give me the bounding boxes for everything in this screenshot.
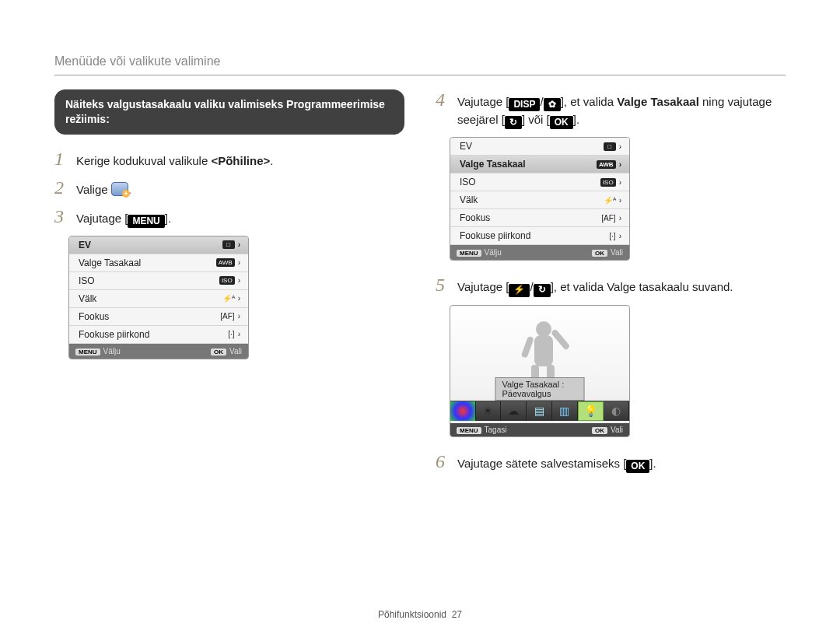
menu-row-iso: ISO ISO› [450, 173, 629, 191]
step1-pre: Kerige kodukuval valikule [76, 154, 211, 167]
menu-label: Fookuse piirkond [79, 329, 149, 340]
step3-pre: Vajutage [ [76, 212, 128, 225]
chevron-right-icon: › [238, 294, 240, 303]
menu-badge: ISO [219, 276, 235, 285]
flash-icon: ⚡ [509, 284, 530, 297]
wb-cloudy-icon: ☁ [501, 401, 527, 421]
camera-menu-screenshot-left: EV □› Valge Tasakaal AWB› ISO ISO› Välk … [68, 236, 249, 359]
menu-label: Välk [460, 194, 478, 205]
wb-fluorescent-l-icon: ▥ [552, 401, 578, 421]
menu-label: Fookus [460, 212, 490, 223]
disp-button-icon: DISP [509, 98, 540, 111]
step-number: 1 [54, 149, 68, 170]
menu-row-focus-area: Fookuse piirkond [·]› [69, 326, 248, 344]
chevron-right-icon: › [238, 240, 240, 249]
step-2: 2 Valige . [54, 177, 404, 198]
menu-button-icon: MENU [457, 427, 481, 434]
left-column: Näiteks valgustasakaalu valiku valimisek… [54, 89, 404, 481]
chevron-right-icon: › [238, 330, 240, 338]
step4-post: ]. [573, 113, 579, 126]
chevron-right-icon: › [619, 232, 621, 240]
menu-label: Fookuse piirkond [460, 230, 530, 241]
menu-row-flash: Välk ⚡ᴬ› [450, 191, 629, 209]
menu-label: EV [79, 240, 91, 250]
step4-mid4: ] või [ [522, 113, 550, 126]
menu-row-ev: EV □› [69, 236, 248, 254]
menu-row-wb: Valge Tasakaal AWB› [69, 254, 248, 272]
step3-post: ]. [165, 212, 171, 225]
menu-badge: ISO [600, 178, 616, 187]
camera-menu-screenshot-right: EV □› Valge Tasakaal AWB› ISO ISO› Välk … [450, 137, 630, 261]
menu-badge: AWB [216, 258, 235, 267]
step4-bold: Valge Tasakaal [617, 95, 699, 108]
page-footer: Põhifunktsioonid 27 [0, 609, 840, 620]
menu-badge: □ [222, 240, 235, 249]
ok-button-icon: OK [592, 250, 607, 257]
wb-preview-screenshot: Valge Tasakaal : Päevavalgus ☀ ☁ ▤ ▥ 💡 ◐… [450, 305, 630, 437]
chevron-right-icon: › [619, 142, 621, 151]
wb-footer-select: Vali [611, 426, 623, 434]
chevron-right-icon: › [238, 276, 240, 285]
step-number: 3 [54, 206, 68, 227]
step-5: 5 Vajutage [⚡/↻], et valida Valge tasaka… [436, 275, 786, 296]
wb-custom-icon: ◐ [604, 401, 629, 421]
wb-footer: MENUTagasi OKVali [450, 423, 629, 436]
step-number: 5 [436, 275, 450, 296]
menu-badge: □ [604, 142, 616, 151]
lcd-footer-exit: Välju [103, 347, 121, 356]
menu-row-flash: Välk ⚡ᴬ› [69, 290, 248, 308]
menu-row-wb: Valge Tasakaal AWB› [450, 156, 629, 173]
menu-badge: [·] [228, 330, 234, 338]
svg-rect-5 [521, 335, 534, 358]
wb-fluorescent-h-icon: ▤ [527, 401, 552, 421]
menu-row-focus-area: Fookuse piirkond [·]› [450, 227, 629, 245]
menu-label: Fookus [79, 311, 109, 322]
step4-pre: Vajutage [ [457, 95, 509, 108]
menu-label: ISO [79, 275, 95, 286]
lcd-footer: MENUVälju OKVali [450, 245, 629, 260]
menu-label: Välk [79, 293, 96, 304]
step6-pre: Vajutage sätete salvestamiseks [ [457, 457, 626, 470]
step-4: 4 Vajutage [DISP/✿], et valida Valge Tas… [436, 89, 786, 129]
wb-tungsten-icon: 💡 [578, 401, 604, 421]
step-number: 6 [436, 451, 450, 472]
timer-icon: ↻ [505, 116, 522, 129]
menu-row-iso: ISO ISO› [69, 272, 248, 290]
menu-row-ev: EV □› [450, 138, 629, 156]
step-1: 1 Kerige kodukuval valikule <Põhiline>. [54, 149, 404, 170]
step-3: 3 Vajutage [MENU]. [54, 206, 404, 228]
menu-label: ISO [460, 177, 476, 187]
svg-point-0 [536, 321, 551, 337]
timer-icon: ↻ [534, 284, 551, 297]
menu-label: EV [460, 141, 472, 152]
menu-badge: [·] [609, 232, 615, 240]
chevron-right-icon: › [619, 196, 621, 205]
menu-label: Valge Tasakaal [460, 159, 526, 170]
menu-badge: ⚡ᴬ [222, 294, 235, 303]
menu-button-icon: MENU [457, 250, 481, 257]
menu-badge: [AF] [220, 312, 234, 321]
step5-post: ], et valida Valge tasakaalu suvand. [551, 280, 733, 293]
program-mode-icon [111, 182, 128, 196]
menu-row-focus: Fookus [AF]› [450, 209, 629, 227]
lcd-footer-exit: Välju [485, 248, 502, 257]
wb-label: Valge Tasakaal : Päevavalgus [495, 377, 585, 401]
step2-pre: Valige [76, 183, 111, 196]
footer-page-number: 27 [452, 609, 462, 620]
ok-button-icon: OK [550, 116, 573, 129]
menu-row-focus: Fookus [AF]› [69, 308, 248, 326]
lcd-footer-select: Vali [611, 248, 623, 257]
ok-button-icon: OK [626, 460, 649, 473]
intro-pill: Näiteks valgustasakaalu valiku valimisek… [54, 89, 404, 135]
step5-pre: Vajutage [ [457, 280, 509, 293]
ok-button-icon: OK [592, 427, 607, 434]
chevron-right-icon: › [238, 258, 240, 267]
step-number: 4 [436, 89, 450, 110]
chevron-right-icon: › [238, 312, 240, 321]
macro-flower-icon: ✿ [544, 98, 561, 111]
page-title: Menüüde või valikute valimine [54, 54, 786, 68]
chevron-right-icon: › [619, 214, 621, 222]
step4-mid2: ], et valida [561, 95, 618, 108]
wb-daylight-icon: ☀ [476, 401, 502, 421]
ok-button-icon: OK [211, 349, 226, 356]
